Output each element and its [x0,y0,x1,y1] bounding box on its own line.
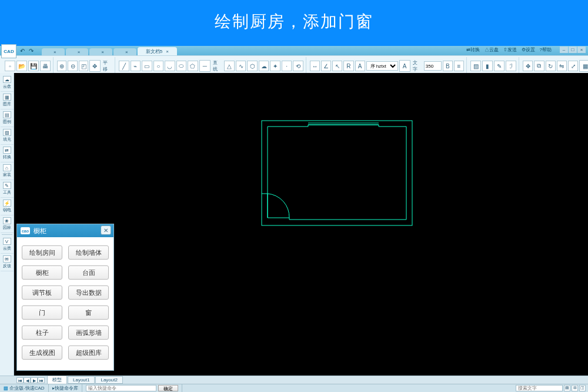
close-icon[interactable]: × [101,49,104,55]
scale-icon[interactable]: ⤢ [568,61,578,71]
column-button[interactable]: 柱子 [22,325,62,340]
pan-icon[interactable]: ✥ [89,60,100,72]
sidebar-item-cloud[interactable]: ☁云盘 [1,74,14,92]
sidebar-item-convert[interactable]: ⇄转换 [1,145,14,162]
line-icon[interactable]: ╱ [119,61,129,71]
tab-layout1[interactable]: Layout1 [68,376,95,384]
adjust-panel-button[interactable]: 调节板 [22,285,62,300]
leader-icon[interactable]: ↖ [332,61,342,71]
cloud-icon[interactable]: ☁ [259,61,269,71]
countertop-button[interactable]: 台面 [68,265,109,280]
panel-close-button[interactable]: ✕ [101,225,111,235]
brush-icon[interactable]: ℐ [506,61,516,71]
minimize-button[interactable]: – [560,46,568,53]
move-icon[interactable]: ✥ [523,61,533,71]
curve-icon[interactable]: ∿ [236,61,246,71]
draw-room-button[interactable]: 绘制房间 [22,245,62,260]
undo-icon[interactable]: ↶ [20,48,27,54]
fill-icon[interactable]: ▮ [482,61,493,71]
polygon-icon[interactable]: ⬠ [188,61,198,71]
mirror-icon[interactable]: ⇋ [557,61,567,71]
sidebar-item-legend[interactable]: ▤图例 [1,109,14,127]
sidebar-item-garden[interactable]: ❀园林 [1,215,14,233]
bold-icon[interactable]: B [443,61,453,71]
last-tab-icon[interactable]: ⏭ [38,377,45,383]
tab-1[interactable]: × [42,48,65,55]
close-icon[interactable]: × [166,49,169,54]
export-data-button[interactable]: 导出数据 [68,285,109,300]
mtext-icon[interactable]: A [399,60,410,72]
angle-icon[interactable]: ∠ [321,61,331,71]
radius-icon[interactable]: R [343,61,353,71]
zoom-in-icon[interactable]: ⊕ [57,61,66,71]
close-icon[interactable]: × [78,49,81,55]
align-icon[interactable]: ≡ [454,61,464,71]
first-tab-icon[interactable]: ⏮ [16,377,24,383]
close-button[interactable]: × [577,46,586,53]
new-icon[interactable]: ▫ [5,61,15,71]
copy-icon[interactable]: ⧉ [534,61,544,71]
hatch-icon[interactable]: ▨ [470,61,481,71]
open-icon[interactable]: 📂 [16,61,27,71]
help-link[interactable]: ?帮助 [540,46,552,53]
search-input[interactable] [516,385,563,391]
settings-link[interactable]: ⚙设置 [522,46,535,53]
redo-icon[interactable]: ↷ [29,48,36,54]
tab-4[interactable]: × [113,48,136,55]
panel-titlebar[interactable]: cao 橱柜 ✕ [17,224,113,237]
save-icon[interactable]: 💾 [28,61,39,71]
tab-2[interactable]: × [66,48,89,55]
app-logo[interactable]: CAD [1,44,16,58]
command-input[interactable] [86,385,156,391]
next-tab-icon[interactable]: ▶ [31,377,38,383]
sidebar-item-hatch[interactable]: ▨填充 [1,127,14,145]
font-select[interactable]: 序 hztxt [366,61,398,71]
confirm-button[interactable]: 确定 [158,385,178,391]
status-shortcut-lib[interactable]: ▸快捷命令库 [49,384,82,392]
modify-icon[interactable]: ▦ [579,60,588,72]
send-link[interactable]: ⇧发送 [503,46,517,53]
sidebar-item-electric[interactable]: ⚡弱电 [1,198,14,215]
tab-layout2[interactable]: Layout2 [95,376,122,384]
sidebar-item-home[interactable]: ⌂家装 [1,162,14,180]
window-button[interactable]: 窗 [68,305,109,320]
line2-icon[interactable]: ─ [199,60,211,72]
sidebar-item-v[interactable]: V云类 [1,236,14,254]
text-icon[interactable]: A [355,61,365,71]
prev-tab-icon[interactable]: ◀ [24,377,31,383]
print-icon[interactable]: 🖶 [40,61,51,71]
hex-icon[interactable]: ⬡ [247,61,258,71]
star-icon[interactable]: ✦ [270,61,280,71]
convert-link[interactable]: ⇄转换 [466,46,480,53]
tab-3[interactable]: × [89,48,112,55]
status-icon-1[interactable]: ▤ [564,385,570,391]
rev-icon[interactable]: ⟲ [293,61,303,71]
zoom-out-icon[interactable]: ⊖ [68,61,77,71]
tab-5-active[interactable]: 新文档5× [138,47,177,55]
cabinet-button[interactable]: 橱柜 [22,265,62,280]
close-icon[interactable]: × [54,49,56,55]
status-icon-3[interactable]: ◫ [579,385,586,391]
status-icon-2[interactable]: ⊞ [572,385,578,391]
polyline-icon[interactable]: ⌁ [131,61,141,71]
door-button[interactable]: 门 [22,305,62,320]
close-icon[interactable]: × [125,49,128,55]
draw-wall-button[interactable]: 绘制墙体 [68,245,109,260]
dim-icon[interactable]: ↔ [310,61,320,71]
tri-icon[interactable]: △ [224,61,235,71]
paint-icon[interactable]: ✎ [494,61,505,71]
point-icon[interactable]: · [282,61,292,71]
arc-wall-button[interactable]: 画弧形墙 [68,325,109,340]
arc-icon[interactable]: ◡ [165,61,175,71]
rect-icon[interactable]: ▭ [142,61,152,71]
text-height-input[interactable] [424,61,442,71]
circle-icon[interactable]: ○ [153,61,164,71]
tab-model[interactable]: 模型 [47,376,67,384]
zoom-window-icon[interactable]: ◰ [79,61,88,71]
sidebar-item-tools[interactable]: ✎工具 [1,180,14,198]
ellipse-icon[interactable]: ⬭ [176,61,187,71]
generate-view-button[interactable]: 生成视图 [22,346,62,360]
maximize-button[interactable]: □ [569,46,577,53]
sidebar-item-library[interactable]: ▦图库 [1,92,14,109]
super-library-button[interactable]: 超级图库 [68,346,109,360]
